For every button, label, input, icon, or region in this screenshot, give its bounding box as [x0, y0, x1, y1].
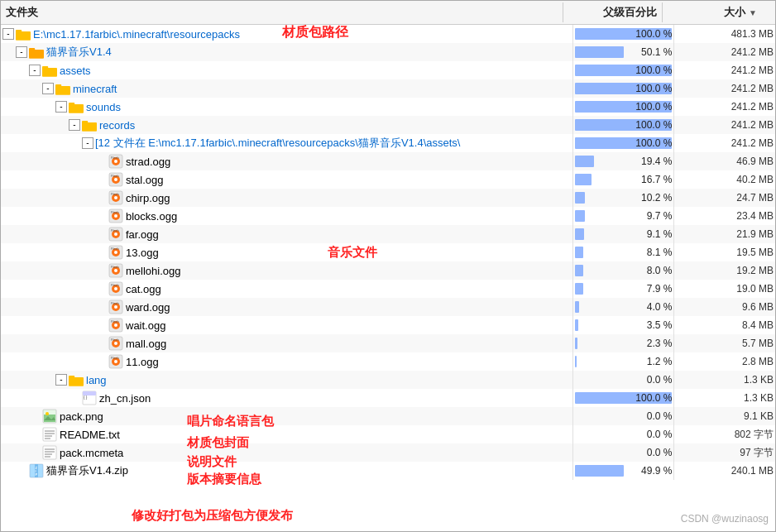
- row-label: blocks.ogg: [126, 210, 177, 223]
- tree-content[interactable]: - E:\mc1.17.1farbic\.minecraft\resourcep…: [1, 25, 775, 531]
- table-row[interactable]: - records 100.0 % 241.2 MB: [1, 116, 775, 134]
- bar-percent: 100.0 %: [635, 28, 672, 40]
- table-row[interactable]: Flash ward.ogg 4.0 % 9.6 MB: [1, 298, 775, 316]
- folder-special-icon: [29, 46, 44, 59]
- svg-point-20: [114, 160, 117, 163]
- row-name-cell: - E:\mc1.17.1farbic\.minecraft\resourcep…: [1, 25, 573, 43]
- table-row[interactable]: - lang 0.0 % 1.3 KB: [1, 371, 775, 389]
- row-bar-cell: 49.9 %: [573, 462, 674, 480]
- table-row[interactable]: Flash mall.ogg 2.3 % 5.7 MB: [1, 334, 775, 352]
- json-file-icon: { }: [82, 391, 97, 405]
- svg-text:Flash: Flash: [111, 210, 119, 214]
- row-bar-cell: 7.9 %: [573, 280, 674, 298]
- svg-point-24: [114, 178, 117, 181]
- expand-button[interactable]: -: [42, 83, 54, 94]
- row-size-cell: 241.2 MB: [674, 43, 775, 61]
- row-bar-cell: 50.1 %: [573, 43, 674, 61]
- svg-point-52: [114, 305, 117, 309]
- svg-point-74: [46, 412, 49, 415]
- row-name-cell: - records: [1, 116, 573, 134]
- table-header: 文件夹 父级百分比 大小 ▼: [1, 1, 775, 25]
- expand-button[interactable]: -: [69, 119, 80, 131]
- table-row[interactable]: - sounds 100.0 % 241.2 MB: [1, 98, 775, 116]
- svg-rect-14: [69, 103, 74, 106]
- table-row[interactable]: - assets 100.0 % 241.2 MB: [1, 61, 775, 79]
- ogg-file-icon: Flash: [108, 190, 123, 205]
- table-row[interactable]: pack.png 0.0 % 9.1 KB: [1, 407, 775, 425]
- svg-point-48: [114, 287, 117, 290]
- table-row[interactable]: pack.mcmeta 0.0 % 97 字节: [1, 443, 775, 462]
- row-size-cell: 19.5 MB: [674, 243, 775, 261]
- row-size-cell: 19.2 MB: [674, 261, 775, 280]
- table-row[interactable]: Flash 11.ogg 1.2 % 2.8 MB: [1, 352, 775, 371]
- bar-percent: 100.0 %: [635, 137, 672, 149]
- ogg-file-icon: Flash: [108, 208, 123, 223]
- row-name-cell: README.txt: [1, 425, 573, 443]
- bar-percent: 0.0 %: [647, 429, 673, 440]
- table-row[interactable]: Flash strad.ogg 19.4 % 46.9 MB: [1, 152, 775, 170]
- sort-arrow: ▼: [749, 8, 757, 17]
- table-row[interactable]: Flash far.ogg 9.1 % 21.9 MB: [1, 225, 775, 243]
- row-name-cell: Flash 13.ogg: [1, 243, 573, 261]
- expand-spacer: [95, 265, 107, 276]
- row-bar-cell: 9.7 %: [573, 207, 674, 225]
- row-size-cell: 1.3 KB: [674, 371, 775, 389]
- table-row[interactable]: Flash wait.ogg 3.5 % 8.4 MB: [1, 316, 775, 334]
- row-size-cell: 481.3 MB: [674, 25, 775, 43]
- row-bar-cell: 0.0 %: [573, 443, 674, 462]
- table-row[interactable]: Z I P 猫界音乐V1.4.zip 49.9 % 240.1 MB: [1, 462, 775, 480]
- svg-point-64: [114, 360, 117, 363]
- col-size-header: 大小 ▼: [663, 2, 762, 22]
- row-size-cell: 21.9 MB: [674, 225, 775, 243]
- row-name-cell: Flash chirp.ogg: [1, 189, 573, 207]
- table-row[interactable]: Flash blocks.ogg 9.7 % 23.4 MB: [1, 207, 775, 225]
- table-row[interactable]: Flash chirp.ogg 10.2 % 24.7 MB: [1, 189, 775, 207]
- row-size-cell: 19.0 MB: [674, 280, 775, 298]
- table-row[interactable]: Flash 13.ogg 8.1 % 19.5 MB: [1, 243, 775, 261]
- row-size-cell: 23.4 MB: [674, 207, 775, 225]
- expand-button[interactable]: -: [29, 65, 41, 76]
- bar-percent: 100.0 %: [635, 101, 672, 113]
- expand-spacer: [95, 356, 107, 367]
- image-file-icon: [42, 409, 57, 424]
- svg-text:P: P: [36, 472, 38, 477]
- svg-text:Flash: Flash: [111, 247, 119, 251]
- table-row[interactable]: README.txt 0.0 % 802 字节: [1, 425, 775, 443]
- table-row[interactable]: { } zh_cn.json 100.0 % 1.3 KB: [1, 389, 775, 407]
- row-label: 猫界音乐V1.4: [46, 45, 112, 60]
- folder-icon: [69, 101, 84, 113]
- row-name-cell: - 猫界音乐V1.4: [1, 43, 573, 61]
- table-row[interactable]: - minecraft 100.0 % 241.2 MB: [1, 79, 775, 98]
- expand-button[interactable]: -: [55, 374, 67, 386]
- svg-rect-75: [43, 428, 56, 441]
- expand-spacer: [29, 447, 41, 458]
- expand-spacer: [29, 429, 41, 440]
- expand-button[interactable]: -: [82, 137, 93, 149]
- text-file-icon: [42, 427, 57, 442]
- row-size-cell: 5.7 MB: [674, 334, 775, 352]
- expand-button[interactable]: -: [2, 28, 14, 40]
- table-row[interactable]: Flash mellohi.ogg 8.0 % 19.2 MB: [1, 261, 775, 280]
- expand-button[interactable]: -: [16, 46, 27, 58]
- table-row[interactable]: Flash cat.ogg 7.9 % 19.0 MB: [1, 280, 775, 298]
- bar-percent: 100.0 %: [635, 65, 672, 76]
- col-filename-header: 文件夹: [1, 2, 563, 22]
- zip-file-icon: Z I P: [29, 463, 44, 478]
- row-bar-cell: 0.0 %: [573, 371, 674, 389]
- table-row[interactable]: - 猫界音乐V1.4 50.1 % 241.2 MB: [1, 43, 775, 61]
- expand-spacer: [16, 465, 27, 477]
- row-label: README.txt: [60, 429, 120, 441]
- table-row[interactable]: -[12 文件在 E:\mc1.17.1farbic\.minecraft\re…: [1, 134, 775, 152]
- row-label: cat.ogg: [126, 283, 161, 295]
- expand-button[interactable]: -: [55, 101, 67, 113]
- bar-percent: 50.1 %: [641, 46, 672, 58]
- bar-percent: 49.9 %: [641, 465, 672, 477]
- table-row[interactable]: - E:\mc1.17.1farbic\.minecraft\resourcep…: [1, 25, 775, 43]
- svg-point-32: [114, 214, 117, 218]
- row-label: far.ogg: [126, 228, 159, 241]
- row-name-cell: - lang: [1, 371, 573, 389]
- svg-text:Flash: Flash: [111, 156, 119, 160]
- table-row[interactable]: Flash stal.ogg 16.7 % 40.2 MB: [1, 170, 775, 189]
- svg-rect-17: [82, 121, 88, 124]
- folder-icon: [69, 374, 84, 386]
